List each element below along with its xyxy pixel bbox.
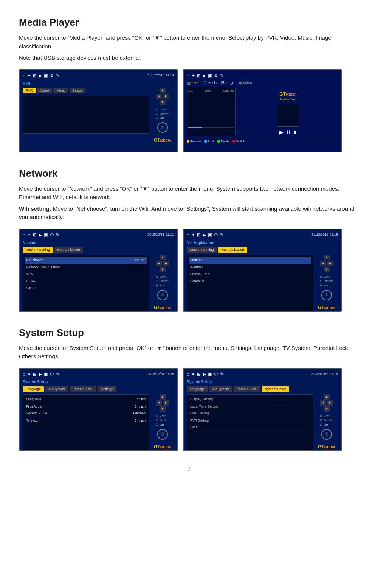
media-player-screen1: ⌂ ✦ ⊞ ▶ ▣ ⚙ ✎ 31/12/2016 21:14 PVR PVR V… — [19, 69, 178, 152]
tab-image[interactable]: Image — [70, 88, 85, 94]
lock-item: Lock — [204, 139, 214, 144]
tab-music[interactable]: Music — [53, 88, 68, 94]
col-channel: Channel — [223, 89, 234, 93]
ss-row-other[interactable]: Other — [189, 424, 311, 431]
ss-row-osd[interactable]: OSD Setting — [189, 410, 311, 417]
net-screen1-nav: ▲ ◄ ► ▼ ⊛ Move ⊞ Confirm ⊟ Exit ® GTMEDI… — [151, 255, 174, 311]
ss-screen2-icons: ⌂ ✦ ⊞ ▶ ▣ ⚙ ✎ — [187, 371, 224, 378]
ss-nav-lr: ◄ ► — [156, 400, 169, 406]
net-nav-up[interactable]: ▲ — [160, 255, 166, 260]
pause-ctrl[interactable]: ⏸ — [286, 128, 291, 136]
tab2-system-setup[interactable]: System Setup — [262, 386, 289, 392]
ss-nav-right[interactable]: ► — [163, 400, 169, 406]
ss-screen2-tabs: Language TV System Parental Lock System … — [187, 386, 338, 392]
net-screen2-icons: ⌂ ✦ ⊞ ▶ ▣ ⚙ ✎ — [187, 232, 224, 238]
ss-row-localtime[interactable]: Local Time Setting — [189, 403, 311, 411]
tab-network-setting[interactable]: Network Setting — [23, 247, 53, 253]
net-nav-down[interactable]: ▼ — [160, 267, 166, 272]
ss-row-teletext[interactable]: TeletextEnglish — [25, 417, 147, 425]
ss2-nav-left[interactable]: ◄ — [320, 400, 326, 406]
list-item-sat-ip[interactable]: Sat-IP — [25, 285, 147, 292]
tab2-parental-lock[interactable]: Parental Lock — [234, 386, 260, 392]
net-nav-left[interactable]: ◄ — [156, 261, 162, 266]
home-icon2: ⌂ — [187, 72, 189, 79]
net-screen1-list: Net choose Ethernet Network Configuratio… — [23, 255, 149, 311]
play-icon: ▶ — [39, 72, 42, 79]
screen2-right: GTMEDIA Satellite Direct ▶ ⏸ ■ — [238, 87, 338, 136]
list-item-vpn[interactable]: VPN — [25, 271, 147, 278]
list-item-net-choose[interactable]: Net choose Ethernet — [25, 257, 147, 264]
ss-brand-logo: GTMEDIA — [154, 443, 171, 450]
ss-row-second-audio[interactable]: Second AudioGerman — [25, 410, 147, 417]
tab-video[interactable]: Video — [37, 88, 52, 94]
ss-screen2: ⌂ ✦ ⊞ ▶ ▣ ⚙ ✎ 31/12/2016 21:16 System Se… — [183, 368, 342, 451]
wifi-setting-label: Wifi setting: — [19, 205, 51, 212]
nav-left-arrow[interactable]: ◄ — [156, 94, 162, 99]
ss-screen1-list: LanguageEnglish First AudioEnglish Secon… — [23, 394, 149, 450]
ss-second-audio-val: German — [133, 411, 146, 416]
ss-row-pvr[interactable]: PVR Setting — [189, 417, 311, 425]
gear-icon5: ⚙ — [50, 371, 54, 378]
ss-pvr-label: PVR Setting — [190, 418, 209, 423]
net-screen1-tabs: Network Setting Net Application — [23, 247, 174, 253]
gear-icon3: ⚙ — [50, 232, 54, 238]
ss-row-first-audio[interactable]: First AudioEnglish — [25, 403, 147, 411]
list-item-net-config[interactable]: Network Configuration — [25, 264, 147, 271]
tab2-tv-system[interactable]: TV System — [209, 386, 232, 392]
play-ctrl[interactable]: ▶ — [279, 128, 284, 136]
ss2-nav-up[interactable]: ▲ — [324, 394, 330, 400]
tab-tv-system[interactable]: TV System — [45, 386, 68, 392]
list-item-echotv[interactable]: EchooTV — [189, 278, 311, 285]
net-brand-logo: GTMEDIA — [154, 304, 171, 311]
net2-nav-right[interactable]: ► — [327, 261, 333, 266]
tools-icon6: ✎ — [220, 371, 224, 378]
tab-pvr[interactable]: PVR — [23, 88, 36, 94]
list-item-youtube[interactable]: Youtube — [189, 257, 311, 264]
ss2-nav-right[interactable]: ► — [327, 400, 333, 406]
rename-label: Rename — [190, 139, 201, 144]
screen1-label: PVR — [23, 81, 174, 86]
nav-down-arrow[interactable]: ▼ — [160, 100, 166, 105]
tools-icon5: ✎ — [56, 371, 60, 378]
tab-language[interactable]: Language — [23, 386, 44, 392]
tab2-language[interactable]: Language — [187, 386, 208, 392]
tab-net-application[interactable]: Net Application — [54, 247, 83, 253]
star-icon4: ✦ — [191, 232, 195, 238]
tab2-net-application[interactable]: Net Application — [218, 247, 247, 253]
ss-nav-down[interactable]: ▼ — [160, 406, 166, 412]
system-setup-screens: ⌂ ✦ ⊞ ▶ ▣ ⚙ ✎ 2016/12/31 21:38 System Se… — [19, 368, 359, 451]
net2-nav-up[interactable]: ▲ — [324, 255, 330, 260]
ss-screen2-topbar: ⌂ ✦ ⊞ ▶ ▣ ⚙ ✎ 31/12/2016 21:16 — [187, 371, 338, 378]
ss-nav-up[interactable]: ▲ — [160, 394, 166, 400]
network-section: Network Move the cursor to “Network” and… — [19, 166, 359, 312]
image-tab: 🖼 Image — [220, 81, 234, 86]
ss-row-display[interactable]: Display Setting — [189, 396, 311, 403]
nav-up-arrow[interactable]: ▲ — [160, 88, 166, 93]
list-item-freesat[interactable]: Freesat IPTV — [189, 271, 311, 278]
screen2-bottom: Rename Lock Delete Switch — [187, 138, 338, 144]
nav-right-arrow[interactable]: ► — [163, 94, 169, 99]
net-screen1-topbar: ⌂ ✦ ⊞ ▶ ▣ ⚙ ✎ 2016/12/31 21:11 — [23, 232, 174, 238]
ss-screen1-datetime: 2016/12/31 21:38 — [147, 372, 174, 377]
ss-screen1-label: System Setup — [23, 379, 174, 385]
net-nav-right[interactable]: ► — [163, 261, 169, 266]
ss2-nav-down[interactable]: ▼ — [324, 406, 330, 412]
screen1-content: PVR Video Music Image ▲ ◄ ► ▼ ⊛ Mov — [23, 88, 174, 144]
grid-icon2: ⊞ — [197, 72, 201, 79]
ss-nav-left[interactable]: ◄ — [156, 400, 162, 406]
tab2-network-setting[interactable]: Network Setting — [187, 247, 217, 253]
gear-icon4: ⚙ — [214, 232, 218, 238]
net2-nav-down[interactable]: ▼ — [324, 267, 330, 272]
ss-nav-labels: ⊛ Move ⊞ Confirm ⊟ Exit — [156, 414, 169, 427]
ss-row-language[interactable]: LanguageEnglish — [25, 396, 147, 403]
tab-parental-lock[interactable]: Parental Lock — [70, 386, 96, 392]
stop-ctrl[interactable]: ■ — [293, 128, 296, 136]
net2-nav-left[interactable]: ◄ — [320, 261, 326, 266]
ss-display-label: Display Setting — [190, 397, 213, 402]
tab-settings[interactable]: Settings — [98, 386, 116, 392]
list-item-weather[interactable]: Weather — [189, 264, 311, 271]
ss-lang-val: English — [134, 397, 146, 402]
progress-bar — [188, 127, 234, 128]
list-item-dlna[interactable]: DLNA — [25, 278, 147, 285]
lock-dot — [204, 140, 207, 143]
